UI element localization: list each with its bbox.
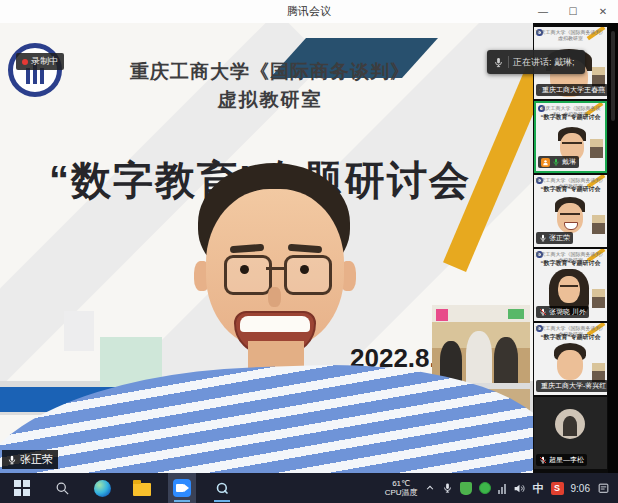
q-app-icon — [215, 481, 230, 496]
participant-tile-camera-off[interactable]: 超星—李松 — [534, 397, 607, 469]
slide-header-line2: 虚拟教研室 — [60, 87, 480, 113]
cpu-temp-value: 61℃ — [385, 479, 418, 488]
participant-name: 戴琳 — [562, 157, 576, 167]
cpu-temp-label: CPU温度 — [385, 488, 418, 497]
mic-muted-icon — [539, 456, 547, 464]
main-video-tile[interactable]: 录制中 重庆工商大学《国际商务谈判》 虚拟教研室 “数字教育”专题研讨会 202… — [0, 23, 533, 473]
taskbar-meeting-button[interactable] — [168, 473, 196, 503]
thumb-photo — [590, 139, 603, 158]
participant-name: 张正荣 — [549, 233, 570, 243]
mic-on-icon — [539, 234, 547, 242]
participant-name-tag: 张正荣 — [536, 232, 573, 244]
mic-muted-icon — [539, 308, 547, 316]
slide-date: 2022.8. — [350, 343, 437, 374]
participant-name-tag: 戴琳 — [538, 156, 579, 168]
recording-label: 录制中 — [31, 55, 58, 68]
recording-dot-icon — [22, 59, 28, 65]
participant-name-tag: 重庆工商大学王春燕 — [536, 84, 607, 96]
sidebar-scrollbar[interactable] — [608, 23, 618, 473]
thumb-photo — [592, 289, 605, 308]
titlebar: 腾讯会议 — ☐ ✕ — [0, 0, 618, 24]
meeting-window: 腾讯会议 — ☐ ✕ 录制中 重庆工商大学《国际商务谈判》 虚拟教研室 “ — [0, 0, 618, 503]
participant-name-tag: 张璐晓 川外 — [536, 306, 589, 318]
maximize-button[interactable]: ☐ — [558, 0, 588, 23]
participant-name: 超星—李松 — [549, 455, 584, 465]
window-controls: — ☐ ✕ — [528, 0, 618, 23]
thumb-slide-header: 重庆工商大学《国际商务谈判》虚拟教研室 — [534, 29, 607, 41]
participant-tile[interactable]: 重庆工商大学《国际商务谈判》虚拟教研室 “数字教育”专题研讨会 重庆工商大学-蒋… — [534, 323, 607, 395]
windows-logo-icon — [14, 480, 30, 496]
network-signal-icon[interactable] — [498, 483, 506, 494]
windows-taskbar: 61℃ CPU温度 中 S 9:06 — [0, 473, 618, 503]
avatar — [555, 409, 585, 439]
search-icon — [55, 481, 70, 496]
running-indicator — [214, 500, 230, 502]
system-tray: 61℃ CPU温度 中 S 9:06 — [385, 479, 618, 497]
taskbar-recorder-button[interactable] — [208, 473, 236, 503]
input-method-indicator[interactable]: 中 — [533, 481, 544, 496]
edge-icon — [94, 480, 111, 497]
participant-name-tag: 超星—李松 — [536, 454, 587, 466]
thumb-slide-title: “数字教育”专题研讨会 — [536, 113, 605, 122]
folder-icon — [133, 483, 151, 496]
start-button[interactable] — [8, 473, 36, 503]
mic-icon — [493, 57, 504, 68]
toast-divider — [508, 56, 509, 68]
university-logo — [8, 43, 62, 97]
participant-name: 张璐晓 川外 — [549, 307, 586, 317]
slide-blue-band — [0, 387, 210, 412]
taskbar-clock[interactable]: 9:06 — [571, 483, 590, 494]
taskbar-search-button[interactable] — [48, 473, 76, 503]
main-speaker-name-tag: 张正荣 — [2, 450, 58, 469]
taskbar-apps — [0, 473, 236, 503]
mic-on-icon — [7, 455, 17, 465]
participant-name-tag: 重庆工商大学-蒋兴红 — [536, 380, 607, 392]
mic-active-icon — [552, 158, 560, 166]
thumb-slide-title: “数字教育”专题研讨会 — [534, 259, 607, 268]
slide-title: “数字教育”专题研讨会 — [0, 153, 520, 208]
participant-tile[interactable]: 重庆工商大学《国际商务谈判》虚拟教研室 “数字教育”专题研讨会 张璐晓 川外 — [534, 249, 607, 321]
main-speaker-name: 张正荣 — [20, 452, 53, 467]
mic-on-icon — [539, 86, 540, 94]
speaking-toast: 正在讲话: 戴琳; — [487, 50, 585, 74]
tray-mic-icon[interactable] — [442, 482, 453, 494]
hidden-icons-chevron-icon[interactable] — [425, 483, 435, 493]
speaking-toast-text: 正在讲话: 戴琳; — [513, 56, 575, 69]
participant-name: 重庆工商大学-蒋兴红 — [541, 381, 606, 391]
participant-tile[interactable]: 重庆工商大学《国际商务谈判》虚拟教研室 “数字教育”专题研讨会 张正荣 — [534, 175, 607, 247]
action-center-icon[interactable] — [597, 482, 610, 495]
window-title: 腾讯会议 — [0, 4, 618, 19]
participants-sidebar: 重庆工商大学《国际商务谈判》虚拟教研室 重庆工商大学王春燕 重庆工商大学《国际商… — [533, 23, 608, 473]
taskbar-edge-button[interactable] — [88, 473, 116, 503]
slide-mint-block — [100, 337, 162, 387]
scrollbar-thumb[interactable] — [611, 31, 615, 121]
participant-tile-active-speaker[interactable]: 重庆工商大学《国际商务谈判》虚拟教研室 “数字教育”专题研讨会 戴琳 — [534, 101, 607, 173]
meeting-content: 录制中 重庆工商大学《国际商务谈判》 虚拟教研室 “数字教育”专题研讨会 202… — [0, 23, 618, 473]
close-button[interactable]: ✕ — [588, 0, 618, 23]
slide-photo-top — [432, 305, 530, 383]
minimize-button[interactable]: — — [528, 0, 558, 23]
thumb-photo — [592, 215, 605, 234]
slide-pale-block — [64, 311, 94, 351]
running-indicator — [174, 500, 190, 502]
slide-header-line1: 重庆工商大学《国际商务谈判》 — [60, 59, 480, 85]
recording-badge: 录制中 — [16, 53, 64, 70]
green-status-icon[interactable] — [479, 482, 491, 494]
meeting-app-icon — [173, 479, 191, 497]
speaker-icon[interactable] — [513, 482, 526, 495]
host-icon — [541, 158, 550, 167]
thumb-slide-title: “数字教育”专题研讨会 — [534, 333, 607, 342]
antivirus-shield-icon[interactable] — [460, 482, 472, 495]
cpu-temperature: 61℃ CPU温度 — [385, 479, 418, 497]
thumb-slide-title: “数字教育”专题研讨会 — [534, 185, 607, 194]
sogou-input-icon[interactable]: S — [551, 482, 564, 495]
slide-photo-bottom — [432, 389, 530, 473]
taskbar-explorer-button[interactable] — [128, 473, 156, 503]
participant-name: 重庆工商大学王春燕 — [542, 85, 605, 95]
